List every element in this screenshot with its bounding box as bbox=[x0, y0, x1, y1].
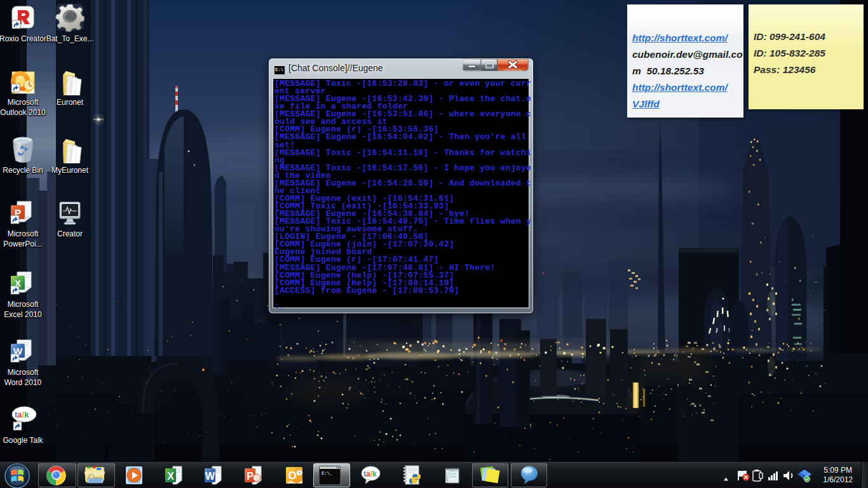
svg-text:talk: talk bbox=[15, 410, 29, 419]
svg-text:C:\_: C:\_ bbox=[322, 471, 333, 476]
svg-text:talk: talk bbox=[363, 470, 377, 478]
svg-text:W: W bbox=[205, 471, 215, 482]
svg-text:C:\: C:\ bbox=[275, 67, 283, 72]
svg-text:X: X bbox=[167, 471, 174, 482]
svg-text:P: P bbox=[247, 471, 254, 482]
svg-text:O: O bbox=[288, 470, 296, 482]
